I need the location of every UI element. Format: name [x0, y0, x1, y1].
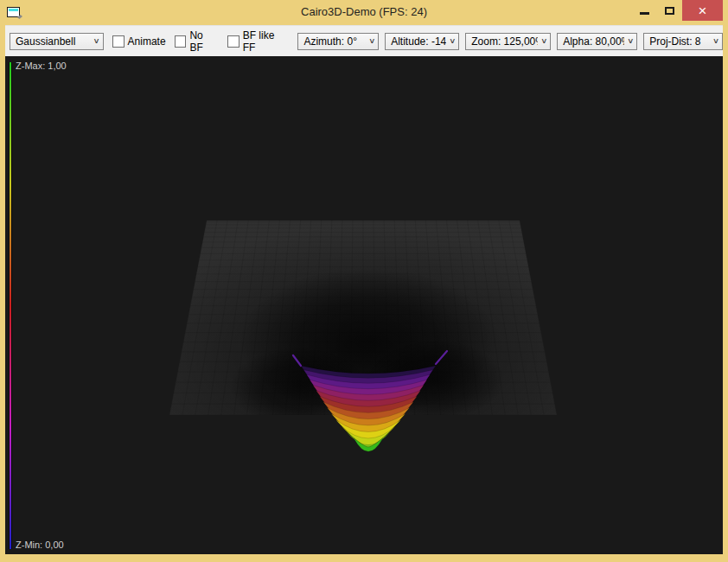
chevron-down-icon: ∨ [449, 36, 456, 45]
bf-like-ff-checkbox-group: BF like FF [227, 29, 290, 54]
zoom-dropdown-value: Zoom: 125,00% [471, 35, 538, 48]
chevron-down-icon: ∨ [627, 36, 634, 45]
minimize-icon [640, 12, 649, 15]
chevron-down-icon: ∨ [712, 36, 719, 45]
bf-like-ff-checkbox[interactable] [227, 35, 239, 48]
proj-dist-dropdown[interactable]: Proj-Dist: 8 ∨ [643, 33, 723, 50]
alpha-dropdown[interactable]: Alpha: 80,00% ∨ [557, 33, 637, 50]
azimuth-dropdown[interactable]: Azimuth: 0° ∨ [297, 33, 379, 50]
altitude-dropdown[interactable]: Altitude: -146° ∨ [385, 33, 459, 50]
chevron-down-icon: ∨ [368, 36, 375, 45]
alpha-dropdown-value: Alpha: 80,00% [563, 35, 624, 48]
animate-checkbox[interactable] [112, 35, 125, 48]
no-bf-checkbox-label: No BF [189, 29, 218, 54]
no-bf-checkbox[interactable] [175, 35, 187, 48]
z-max-label: Z-Max: 1,00 [16, 61, 67, 71]
azimuth-dropdown-value: Azimuth: 0° [303, 35, 366, 48]
proj-dist-dropdown-value: Proj-Dist: 8 [649, 35, 710, 48]
close-icon: × [699, 3, 707, 18]
surface-plot [5, 56, 723, 554]
bf-like-ff-checkbox-label: BF like FF [243, 29, 290, 54]
zoom-dropdown[interactable]: Zoom: 125,00% ∨ [465, 33, 551, 50]
altitude-dropdown-value: Altitude: -146° [391, 35, 446, 48]
maximize-button[interactable] [657, 0, 682, 21]
titlebar: Cairo3D-Demo (FPS: 24) × [0, 0, 728, 25]
render-canvas[interactable]: Z-Max: 1,00 Z-Min: 0,00 [5, 56, 723, 554]
animate-checkbox-label: Animate [128, 35, 166, 48]
function-dropdown[interactable]: Gaussianbell ∨ [10, 33, 104, 50]
function-dropdown-value: Gaussianbell [16, 35, 90, 48]
maximize-icon [665, 7, 674, 15]
window-title: Cairo3D-Demo (FPS: 24) [0, 5, 728, 18]
close-button[interactable]: × [682, 0, 723, 21]
minimize-button[interactable] [632, 0, 657, 21]
no-bf-checkbox-group: No BF [175, 29, 219, 54]
chevron-down-icon: ∨ [93, 36, 99, 45]
z-color-legend [9, 62, 12, 549]
app-window: Cairo3D-Demo (FPS: 24) × Gaussianbell ∨ … [0, 0, 728, 562]
toolbar: Gaussianbell ∨ Animate No BF BF like FF … [5, 25, 723, 56]
chevron-down-icon: ∨ [540, 36, 547, 45]
z-min-label: Z-Min: 0,00 [16, 540, 64, 550]
window-controls: × [632, 0, 723, 21]
animate-checkbox-group: Animate [112, 35, 166, 48]
